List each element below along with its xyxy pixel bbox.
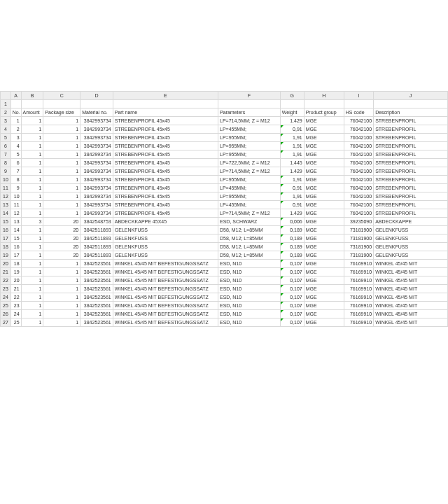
cell-package-size[interactable]: 1 [43,260,80,268]
cell-package-size[interactable]: 1 [43,176,80,184]
col-header-I[interactable]: I [344,92,373,100]
cell-parameters[interactable]: D58, M12; L=85MM [218,226,280,234]
cell-part-name[interactable]: STREBENPROFIL 45x45 [113,201,218,209]
cell-material-no[interactable]: 3842523561 [80,268,113,276]
col-header-corner[interactable] [1,92,11,100]
col-header-H[interactable]: H [304,92,344,100]
cell[interactable] [10,100,21,108]
cell-no[interactable]: 14 [10,226,21,234]
row-header[interactable]: 14 [1,209,11,218]
cell-product-group[interactable]: MGE [304,276,344,285]
cell-weight[interactable]: 0,107 [280,276,304,285]
cell-description[interactable]: WINKEL 45/45 MIT [374,260,448,268]
cell-parameters[interactable]: ESD, N10 [218,260,280,268]
cell-product-group[interactable]: MGE [304,125,344,134]
cell-amount[interactable]: 1 [21,209,43,218]
cell-part-name[interactable]: STREBENPROFIL 45x45 [113,176,218,184]
cell-product-group[interactable]: MGE [304,318,344,327]
cell-amount[interactable]: 1 [21,159,43,167]
cell-material-no[interactable]: 3842993734 [80,167,113,176]
cell-parameters[interactable]: LP=955MM; [218,142,280,150]
cell-part-name[interactable]: STREBENPROFIL 45x45 [113,167,218,176]
cell-product-group[interactable]: MGE [304,201,344,209]
cell-hs-code[interactable]: 39235090 [344,218,373,226]
table-row[interactable]: 1 [1,100,448,108]
cell-weight[interactable]: 0,006 [280,218,304,226]
cell-weight[interactable]: 1.445 [280,159,304,167]
cell-amount[interactable]: 1 [21,302,43,310]
cell-amount[interactable]: 1 [21,285,43,293]
cell-no[interactable]: 15 [10,234,21,243]
cell-description[interactable]: WINKEL 45/45 MIT [374,268,448,276]
cell-parameters[interactable]: ESD, N10 [218,276,280,285]
cell-parameters[interactable]: LP=455MM; [218,184,280,192]
row-header[interactable]: 23 [1,285,11,293]
cell-package-size[interactable]: 1 [43,159,80,167]
cell-no[interactable]: 19 [10,268,21,276]
cell-hs-code[interactable]: 73181900 [344,243,373,251]
table-row[interactable]: 2321113842523561WINKEL 45/45 MIT BEFESTI… [1,285,448,293]
cell-part-name[interactable]: GELENKFUSS [113,234,218,243]
cell-description[interactable]: STREBENPROFIL [374,134,448,142]
cell-hs-code[interactable]: 76042100 [344,167,373,176]
cell-hs-code[interactable]: 73181900 [344,234,373,243]
cell-package-size[interactable]: 20 [43,218,80,226]
cell-description[interactable]: GELENKFUSS [374,226,448,234]
cell-material-no[interactable]: 3842993734 [80,125,113,134]
col-header-E[interactable]: E [113,92,218,100]
cell-product-group[interactable]: MGE [304,209,344,218]
row-header[interactable]: 5 [1,134,11,142]
cell-hs-code[interactable]: 73181900 [344,251,373,260]
row-header[interactable]: 3 [1,117,11,125]
row-header[interactable]: 22 [1,276,11,285]
table-row[interactable]: 42113842993734STREBENPROFIL 45x45LP=455M… [1,125,448,134]
cell-amount[interactable]: 1 [21,150,43,159]
cell-part-name[interactable]: WINKEL 45/45 MIT BEFESTIGUNGSSATZ [113,276,218,285]
cell-description[interactable]: WINKEL 45/45 MIT [374,293,448,302]
cell-part-name[interactable]: STREBENPROFIL 45x45 [113,192,218,201]
cell-product-group[interactable]: MGE [304,176,344,184]
cell-amount[interactable]: 1 [21,318,43,327]
cell-part-name[interactable]: STREBENPROFIL 45x45 [113,209,218,218]
cell-hs-code[interactable]: 76042100 [344,184,373,192]
cell-package-size[interactable]: 1 [43,268,80,276]
cell-product-group[interactable]: MGE [304,218,344,226]
cell-no[interactable]: 10 [10,192,21,201]
cell-material-no[interactable]: 3842993734 [80,159,113,167]
cell-product-group[interactable]: MGE [304,159,344,167]
cell-part-name[interactable]: WINKEL 45/45 MIT BEFESTIGUNGSSATZ [113,268,218,276]
cell-part-name[interactable]: WINKEL 45/45 MIT BEFESTIGUNGSSATZ [113,318,218,327]
cell-description[interactable]: WINKEL 45/45 MIT [374,285,448,293]
cell-material-no[interactable]: 3842993734 [80,184,113,192]
cell-part-name[interactable]: STREBENPROFIL 45x45 [113,117,218,125]
cell-part-name[interactable]: STREBENPROFIL 45x45 [113,159,218,167]
row-header[interactable]: 19 [1,251,11,260]
cell-hs-code[interactable]: 76042100 [344,134,373,142]
cell[interactable] [344,100,373,108]
cell-amount[interactable]: 1 [21,117,43,125]
table-row[interactable]: 2119113842523561WINKEL 45/45 MIT BEFESTI… [1,268,448,276]
cell-parameters[interactable]: D58, M12; L=85MM [218,234,280,243]
row-header[interactable]: 24 [1,293,11,302]
cell-material-no[interactable]: 3842511893 [80,234,113,243]
cell-weight[interactable]: 0,107 [280,310,304,318]
header-cell[interactable]: Parameters [218,108,280,117]
table-row[interactable]: 119113842993734STREBENPROFIL 45x45LP=455… [1,184,448,192]
table-row[interactable]: 16141203842511893GELENKFUSSD58, M12; L=8… [1,226,448,234]
cell-parameters[interactable]: ESD, N10 [218,268,280,276]
cell-product-group[interactable]: MGE [304,243,344,251]
cell-product-group[interactable]: MGE [304,285,344,293]
cell-hs-code[interactable]: 76169910 [344,302,373,310]
cell-description[interactable]: WINKEL 45/45 MIT [374,276,448,285]
table-row[interactable]: 2422113842523561WINKEL 45/45 MIT BEFESTI… [1,293,448,302]
grid[interactable]: ABCDEFGHIJ 12No.AmountPackage sizeMateri… [0,91,448,327]
cell-description[interactable]: STREBENPROFIL [374,176,448,184]
cell-material-no[interactable]: 3842993734 [80,201,113,209]
cell-parameters[interactable]: LP=955MM; [218,134,280,142]
cell-parameters[interactable]: LP=955MM; [218,176,280,184]
row-header[interactable]: 18 [1,243,11,251]
header-cell[interactable]: Material no. [80,108,113,117]
cell-product-group[interactable]: MGE [304,142,344,150]
cell-hs-code[interactable]: 76042100 [344,201,373,209]
cell-part-name[interactable]: GELENKFUSS [113,251,218,260]
